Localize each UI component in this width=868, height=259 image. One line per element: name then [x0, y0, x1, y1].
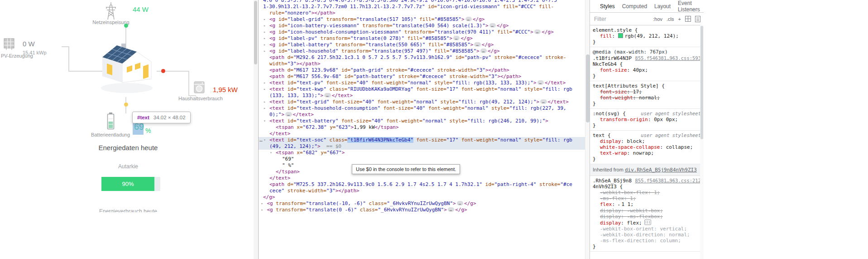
dom-tree-row[interactable]: ▾<tspan x="682" y="667"> — [259, 150, 590, 156]
styles-scrollbar-thumb[interactable] — [700, 26, 703, 139]
dom-tree-row[interactable]: ▸<g id="icon-household-consumption-viess… — [259, 29, 590, 35]
tree-expand-arrow-icon[interactable]: ▸ — [264, 48, 269, 54]
dom-tree-row[interactable]: ▸<g id="label-pv" transform="translate(0… — [259, 35, 590, 42]
collapsed-content-ellipsis[interactable]: … — [474, 42, 480, 47]
css-property[interactable]: -webkit-box-flex: 1; — [593, 190, 701, 195]
styles-scrollbar[interactable] — [700, 25, 704, 259]
dom-tree-row[interactable]: </g> — [259, 194, 590, 200]
dom-tree-row[interactable]: ▸<g id="label-battery" transform="transl… — [259, 42, 590, 48]
tree-expand-arrow-icon[interactable]: ▸ — [264, 16, 269, 23]
dom-tree-row[interactable]: 1-30.9h13.2l-13.2-7.7v7.7zm0 11.7h13.2l-… — [259, 4, 590, 10]
css-property[interactable]: -webkit-box-direction: normal; — [593, 232, 701, 238]
css-property[interactable]: font-size: 40px; — [593, 67, 701, 73]
dom-tree-row[interactable]: <path d="M617 556.9v-68" id="path-batter… — [259, 73, 590, 80]
rule-selector[interactable]: .RhSeA_BSj9n84nVh9ZI3 — [593, 178, 632, 190]
dom-tree-row[interactable]: rule="nonzero"></path> — [259, 10, 590, 16]
tree-expand-arrow-icon[interactable]: ▸ — [261, 200, 267, 207]
css-source-link[interactable]: 855.f546381…963.css:212 — [635, 178, 701, 184]
dom-tree-row[interactable]: ▾<text id="text-battery" font-size="40" … — [259, 118, 590, 124]
dom-tree-row[interactable]: 4.6 0 8.3-3.7 8.3-8.3 0-4.6-3.7-8.3-8.3-… — [259, 0, 590, 4]
tree-expand-arrow-icon[interactable]: ▸ — [264, 99, 269, 105]
tree-expand-arrow-icon[interactable]: ▸ — [264, 23, 269, 29]
tree-expand-arrow-icon[interactable]: ▸ — [264, 105, 269, 112]
collapsed-content-ellipsis[interactable]: … — [285, 112, 292, 117]
inherited-node-link[interactable]: div.RhSeA_BSj9n84nVh9ZI3 — [625, 167, 697, 173]
dom-tree-row[interactable]: ▸<g id="icon-battery-viessmann" transfor… — [259, 23, 590, 29]
css-property[interactable]: flex: ▸1 1; — [593, 201, 701, 208]
tree-expand-arrow-icon[interactable]: ▸ — [264, 80, 269, 86]
dom-tree-row[interactable]: width="3"></path> — [259, 61, 590, 67]
rule-selector[interactable]: :not(svg) — [593, 111, 620, 117]
dom-tree-row[interactable]: 0);">…</text> — [259, 112, 590, 118]
element-classes-button[interactable]: .cls — [667, 16, 674, 22]
dom-tree-row[interactable]: <path d="M725.5 337.2h162.9v113.9c0 1.5.… — [259, 181, 590, 188]
tree-expand-arrow-icon[interactable]: ▾ — [264, 137, 269, 143]
collapsed-content-ellipsis[interactable]: … — [537, 80, 544, 85]
dom-tree-row[interactable]: ▸<text id="text-grid" font-size="40" fon… — [259, 99, 590, 105]
collapsed-content-ellipsis[interactable]: … — [534, 29, 541, 34]
dom-tree-row[interactable]: ▸<g transform="translate(0 -6)" class="_… — [259, 207, 590, 213]
tab-computed[interactable]: Computed — [622, 3, 647, 10]
css-property[interactable]: display: flex; — [593, 220, 701, 226]
dom-tree[interactable]: 4.6 0 8.3-3.7 8.3-8.3 0-4.6-3.7-8.3-8.3-… — [259, 0, 590, 213]
css-property[interactable]: text-wrap: nowrap; — [593, 150, 701, 156]
css-property[interactable]: -ms-flex: 1; — [593, 195, 701, 201]
tree-expand-arrow-icon[interactable]: ▸ — [264, 42, 269, 48]
dom-tree-row[interactable]: cece" stroke-width="3"></path> — [259, 188, 590, 194]
rule-selector[interactable]: element.style — [593, 27, 632, 33]
dom-tree-row[interactable]: ▸<text id="text-household-consumption" f… — [259, 105, 590, 112]
elements-scrollbar-thumb[interactable] — [586, 54, 590, 122]
dom-tree-row[interactable]: ▸<text id="text-kwp" class="RIUUDbbKAKa9… — [259, 86, 590, 93]
dom-tree-row[interactable]: ▸<g id="label-household" transform="tran… — [259, 48, 590, 54]
collapsed-content-ellipsis[interactable]: … — [480, 49, 487, 53]
dom-tree-row[interactable]: ▸<g transform="translate(-10, -6)" class… — [259, 200, 590, 207]
css-property[interactable]: -webkit-box-orient: vertical; — [593, 226, 701, 232]
collapsed-content-ellipsis[interactable]: … — [448, 207, 454, 212]
page-scrollbar[interactable] — [254, 0, 258, 259]
tab-styles[interactable]: Styles — [600, 3, 615, 10]
css-source-link[interactable]: 855.f546381…963.css:593 — [635, 55, 701, 61]
css-property[interactable]: transform-origin: 0px 0px; — [593, 117, 701, 122]
flex-badge-icon[interactable] — [644, 220, 651, 225]
tab-event-listeners[interactable]: Event Listeners — [678, 0, 700, 13]
dom-tree-row[interactable]: ▸<text id="text-pv" font-size="40" font-… — [259, 80, 590, 86]
dom-tree-row[interactable]: …▾<text id="text-soc" class="t1BfirW64N3… — [259, 137, 590, 143]
dom-tree-row[interactable]: (133, 133, 133);">…</text> — [259, 93, 590, 99]
tree-expand-arrow-icon[interactable]: ▾ — [270, 150, 276, 156]
collapsed-content-ellipsis[interactable]: … — [324, 93, 331, 98]
dom-tree-row[interactable]: "69" — [259, 156, 590, 162]
collapsed-content-ellipsis[interactable]: … — [457, 201, 463, 205]
rule-selector[interactable]: text — [593, 132, 605, 138]
collapsed-content-ellipsis[interactable]: … — [453, 36, 460, 40]
dom-tree-row[interactable]: (49, 212, 124);"> == $0 — [259, 143, 590, 150]
tab-layout[interactable]: Layout — [654, 3, 671, 10]
dom-tree-row[interactable]: <path d="M617 123.9v68" id="path-grid" s… — [259, 67, 590, 73]
styles-filter-input[interactable] — [593, 15, 637, 23]
css-property[interactable]: font-size: 17; — [593, 89, 701, 95]
tree-expand-arrow-icon[interactable]: ▸ — [264, 29, 269, 35]
dom-tree-row[interactable]: <tspan x="672.38" y="623">1,99 kW</tspan… — [259, 124, 590, 131]
shorthand-expand-icon[interactable]: ▸ — [618, 203, 620, 207]
css-property[interactable]: fill: rgb(49, 212, 124); — [593, 33, 701, 39]
page-scrollbar-thumb[interactable] — [254, 1, 257, 64]
collapsed-content-ellipsis[interactable]: … — [540, 99, 547, 104]
dom-tree-row[interactable]: </text> — [259, 175, 590, 181]
rule-selector[interactable]: text[Attributes Style] — [593, 83, 659, 89]
css-property[interactable]: -ms-flex-direction: column; — [593, 238, 701, 244]
tree-expand-arrow-icon[interactable]: ▸ — [261, 207, 267, 213]
grid-overlay-icon[interactable] — [685, 16, 691, 22]
css-property[interactable]: font-weight: normal; — [593, 95, 701, 101]
css-property[interactable]: display: -webkit-box; — [593, 208, 701, 214]
toggle-element-state-button[interactable]: :hov — [653, 16, 662, 22]
css-property[interactable]: white-space-collapse: collapse; — [593, 144, 701, 150]
row-overflow-dots[interactable]: … — [259, 137, 263, 143]
dom-tree-row[interactable]: <path d="M292.6 217.5h32.1c3.1 0 5.7 2.5… — [259, 54, 590, 61]
rule-selector[interactable]: .t1BfirW64N3PNkcTeGb4 — [593, 55, 632, 67]
collapsed-content-ellipsis[interactable]: … — [465, 17, 472, 21]
tree-expand-arrow-icon[interactable]: ▸ — [264, 35, 269, 42]
new-style-rule-button[interactable]: + — [678, 16, 681, 22]
tree-expand-arrow-icon[interactable]: ▾ — [264, 118, 269, 124]
elements-scrollbar[interactable] — [585, 0, 590, 259]
computed-sidebar-icon[interactable] — [695, 16, 700, 22]
css-property[interactable]: display: -ms-flexbox; — [593, 214, 701, 220]
